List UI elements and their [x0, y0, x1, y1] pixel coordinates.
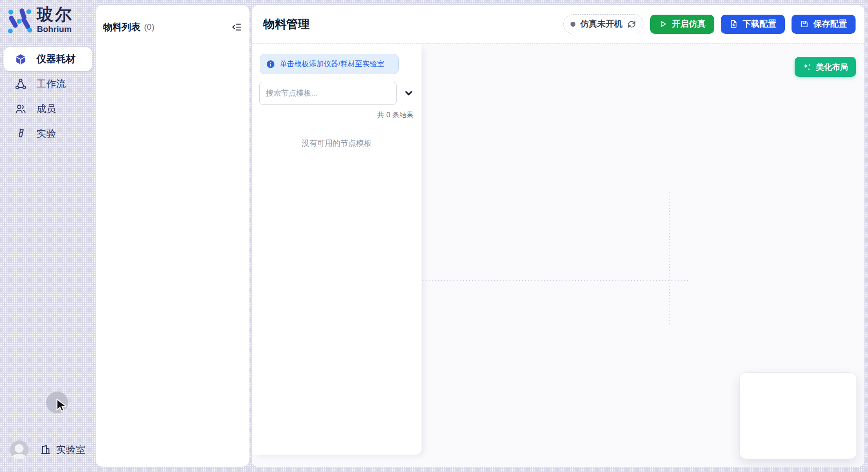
node-template-panel: 单击模板添加仪器/耗材至实验室 共 0 条结果 没有可用的节点模板 [252, 44, 422, 455]
materials-list-panel: 物料列表 (0) [96, 5, 249, 467]
file-download-icon [729, 20, 738, 28]
header-actions: 仿真未开机 开启仿真 下载配 [563, 14, 856, 34]
sidebar: 玻尔 Bohrium 仪器耗材 工作流 [0, 0, 96, 472]
results-count: 共 0 条结果 [252, 111, 414, 120]
download-config-button[interactable]: 下载配置 [721, 15, 785, 34]
play-icon [659, 20, 667, 28]
start-simulation-button[interactable]: 开启仿真 [650, 15, 714, 34]
sidebar-item-experiments[interactable]: 实验 [4, 122, 92, 146]
download-config-label: 下载配置 [743, 18, 776, 30]
brand-name-en: Bohrium [37, 24, 73, 34]
bohrium-logo-icon [7, 8, 32, 34]
sidebar-item-label: 工作流 [36, 77, 66, 91]
sidebar-item-label: 实验 [36, 127, 56, 140]
canvas-minimap[interactable] [739, 372, 857, 459]
sidebar-item-instruments[interactable]: 仪器耗材 [4, 47, 92, 71]
lab-switcher[interactable]: 实验室 [40, 443, 85, 456]
info-banner-text: 单击模板添加仪器/耗材至实验室 [280, 59, 385, 69]
sidebar-footer: 实验室 [0, 439, 96, 460]
status-dot-icon [571, 22, 575, 27]
sidebar-item-workflow[interactable]: 工作流 [4, 72, 92, 96]
sidebar-item-members[interactable]: 成员 [4, 97, 92, 121]
info-icon [266, 60, 275, 68]
members-icon [14, 103, 27, 115]
experiment-icon [14, 128, 27, 140]
page-title: 物料管理 [263, 16, 309, 32]
chevron-down-icon[interactable] [404, 88, 414, 98]
start-simulation-label: 开启仿真 [672, 18, 706, 30]
save-icon [800, 20, 809, 28]
cube-icon [14, 53, 27, 65]
materials-list-header: 物料列表 (0) [96, 5, 249, 33]
user-avatar[interactable] [10, 440, 28, 459]
beautify-layout-button[interactable]: 美化布局 [795, 57, 856, 77]
sidebar-item-label: 仪器耗材 [36, 52, 76, 66]
mouse-cursor [54, 398, 69, 413]
canvas-guide-horizontal [422, 280, 689, 281]
main-header: 物料管理 仿真未开机 开启仿真 [252, 5, 864, 44]
simulation-status-pill[interactable]: 仿真未开机 [563, 14, 643, 34]
sparkles-icon [803, 63, 812, 72]
flow-canvas[interactable]: 单击模板添加仪器/耗材至实验室 共 0 条结果 没有可用的节点模板 美化布局 [252, 44, 864, 467]
brand-name-cn: 玻尔 [37, 5, 73, 24]
materials-list-title: 物料列表 [103, 21, 141, 33]
materials-list-count: (0) [144, 22, 154, 32]
save-config-label: 保存配置 [813, 18, 847, 30]
building-icon [40, 444, 52, 456]
beautify-layout-label: 美化布局 [816, 62, 848, 72]
simulation-status-label: 仿真未开机 [580, 18, 623, 30]
sidebar-nav: 仪器耗材 工作流 成员 [0, 46, 96, 147]
empty-state-text: 没有可用的节点模板 [252, 138, 422, 148]
brand-logo: 玻尔 Bohrium [7, 5, 73, 34]
refresh-icon[interactable] [627, 20, 636, 28]
main-container: 物料管理 仿真未开机 开启仿真 [252, 5, 864, 467]
canvas-guide-vertical [669, 192, 670, 324]
collapse-panel-icon[interactable] [231, 21, 242, 33]
workflow-icon [14, 78, 27, 90]
info-banner: 单击模板添加仪器/耗材至实验室 [260, 54, 399, 74]
search-row [259, 82, 414, 105]
save-config-button[interactable]: 保存配置 [792, 15, 856, 34]
lab-label: 实验室 [56, 443, 85, 456]
sidebar-item-label: 成员 [36, 102, 56, 116]
node-template-search-input[interactable] [259, 82, 397, 105]
